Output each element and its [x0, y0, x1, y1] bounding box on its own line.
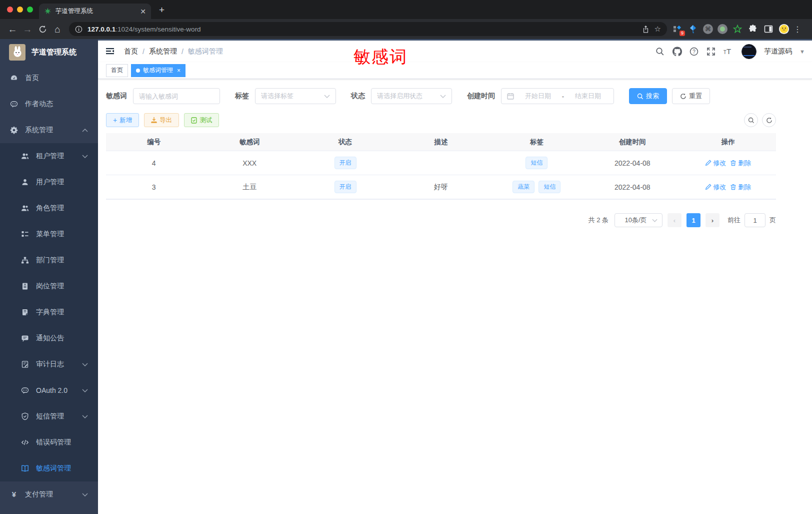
- tab-sensitive-word[interactable]: 敏感词管理 ×: [131, 64, 186, 77]
- side-panel-icon[interactable]: [763, 24, 774, 35]
- shield-check-icon: [21, 412, 29, 420]
- extension-dot-icon[interactable]: [718, 24, 728, 34]
- font-size-icon[interactable]: TT: [724, 47, 731, 56]
- tag-chip: 蔬菜: [512, 181, 534, 193]
- sidebar-item-dept[interactable]: 部门管理: [0, 247, 98, 273]
- back-button[interactable]: ←: [5, 25, 20, 34]
- sidebar-fold-icon[interactable]: [105, 46, 116, 57]
- filter-word-label: 敏感词: [106, 92, 127, 101]
- chevron-down-icon: [82, 363, 88, 366]
- tab-home[interactable]: 首页: [106, 64, 128, 77]
- users-icon: [21, 204, 29, 212]
- delete-link[interactable]: 删除: [730, 183, 751, 192]
- app-title: 芋道管理系统: [32, 48, 76, 57]
- bookmark-star-icon[interactable]: ☆: [654, 25, 661, 34]
- audit-log-icon: [21, 360, 29, 368]
- page-number-1[interactable]: 1: [686, 213, 700, 227]
- toggle-search-button[interactable]: [744, 113, 758, 127]
- reset-button[interactable]: 重置: [672, 88, 710, 104]
- sidebar-item-pay[interactable]: ¥支付管理: [0, 481, 98, 507]
- edit-link[interactable]: 修改: [705, 159, 726, 168]
- filter-status-label: 状态: [351, 92, 365, 101]
- breadcrumb-system[interactable]: 系统管理: [149, 47, 177, 56]
- announcement-icon: [21, 334, 29, 342]
- extension-command-icon[interactable]: ⌘: [703, 24, 713, 34]
- sidebar-item-errcode[interactable]: 错误码管理: [0, 429, 98, 455]
- goto-page-input[interactable]: [744, 213, 766, 227]
- extension-kite-icon[interactable]: [688, 24, 698, 35]
- sidebar-item-notice[interactable]: 通知公告: [0, 325, 98, 351]
- site-info-icon[interactable]: [75, 26, 82, 33]
- address-bar[interactable]: 127.0.0.1:1024/system/sensitive-word ☆: [69, 22, 667, 36]
- extension-grid-icon[interactable]: 9: [672, 24, 683, 35]
- page-unit: 页: [770, 216, 776, 225]
- browser-tab[interactable]: 芋道管理系统 ✕: [39, 4, 151, 19]
- column-header: 标签: [489, 138, 584, 147]
- extensions-puzzle-icon[interactable]: [748, 24, 758, 35]
- share-icon[interactable]: [642, 25, 650, 33]
- sidebar-item-home[interactable]: 首页: [0, 65, 98, 91]
- filter-date-range[interactable]: 开始日期 - 结束日期: [501, 88, 614, 104]
- home-button[interactable]: ⌂: [50, 25, 65, 34]
- tags-view-bar: 首页 敏感词管理 ×: [98, 62, 812, 79]
- filter-status-select[interactable]: 请选择启用状态: [371, 88, 452, 104]
- users-icon: [21, 152, 29, 160]
- browser-menu-icon[interactable]: ⋮: [794, 25, 802, 34]
- extension-star-icon[interactable]: [732, 24, 743, 35]
- user-icon: [21, 178, 29, 186]
- test-button[interactable]: 测试: [184, 113, 219, 127]
- edit-link[interactable]: 修改: [705, 183, 726, 192]
- next-page-button[interactable]: ›: [706, 213, 720, 227]
- trash-icon: [730, 160, 736, 166]
- column-header: 创建时间: [584, 138, 680, 147]
- filter-tag-label: 标签: [235, 92, 249, 101]
- cell-word: XXX: [202, 159, 297, 167]
- sidebar-item-author-feed[interactable]: 作者动态: [0, 91, 98, 117]
- filter-word-input[interactable]: [133, 88, 220, 104]
- sidebar-item-sensitive[interactable]: 敏感词管理: [0, 455, 98, 481]
- tab-close-icon[interactable]: ×: [177, 67, 180, 74]
- user-name: 芋道源码: [764, 47, 792, 56]
- sidebar-item-menu[interactable]: 菜单管理: [0, 221, 98, 247]
- table-row: 3土豆开启好呀蔬菜短信2022-04-08修改删除: [106, 175, 776, 199]
- chevron-up-icon: [82, 129, 88, 132]
- sidebar-item-role[interactable]: 角色管理: [0, 195, 98, 221]
- delete-link[interactable]: 删除: [730, 159, 751, 168]
- close-window-button[interactable]: [7, 7, 13, 13]
- help-icon[interactable]: ?: [690, 47, 699, 56]
- app-logo[interactable]: 芋道管理系统: [0, 39, 98, 65]
- sidebar-item-audit[interactable]: 审计日志: [0, 351, 98, 377]
- sidebar-item-sms[interactable]: 短信管理: [0, 403, 98, 429]
- breadcrumb-current: 敏感词管理: [188, 47, 223, 56]
- page-size-select[interactable]: 10条/页: [614, 213, 662, 227]
- navbar: 首页 / 系统管理 / 敏感词管理 ?: [98, 39, 812, 62]
- user-caret-down-icon[interactable]: ▼: [800, 49, 805, 55]
- cell-ops: 修改删除: [680, 159, 776, 168]
- sidebar-item-dict[interactable]: 字典管理: [0, 299, 98, 325]
- github-icon[interactable]: [672, 47, 682, 56]
- refresh-table-button[interactable]: [762, 113, 776, 127]
- new-tab-button[interactable]: +: [159, 5, 164, 16]
- reload-button[interactable]: [35, 25, 50, 34]
- header-search-icon[interactable]: [656, 47, 665, 56]
- add-button[interactable]: + 新增: [106, 113, 139, 127]
- active-dot: [136, 69, 140, 73]
- fullscreen-icon[interactable]: [706, 47, 716, 56]
- forward-button[interactable]: →: [20, 25, 35, 34]
- sidebar-item-post[interactable]: 岗位管理: [0, 273, 98, 299]
- sidebar-item-user[interactable]: 用户管理: [0, 169, 98, 195]
- cell-id: 3: [106, 183, 202, 191]
- breadcrumb-home[interactable]: 首页: [124, 47, 138, 56]
- export-button[interactable]: 导出: [144, 113, 179, 127]
- minimize-window-button[interactable]: [17, 7, 23, 13]
- sidebar-item-oauth[interactable]: OAuth 2.0: [0, 377, 98, 403]
- prev-page-button[interactable]: ‹: [668, 213, 682, 227]
- user-avatar[interactable]: [742, 44, 756, 59]
- tab-close-icon[interactable]: ✕: [140, 8, 146, 16]
- profile-avatar[interactable]: [778, 24, 790, 35]
- search-button[interactable]: 搜索: [629, 88, 667, 104]
- sidebar-item-system[interactable]: 系统管理: [0, 117, 98, 143]
- sidebar-item-tenant[interactable]: 租户管理: [0, 143, 98, 169]
- filter-tag-select[interactable]: 请选择标签: [255, 88, 336, 104]
- zoom-window-button[interactable]: [27, 7, 33, 13]
